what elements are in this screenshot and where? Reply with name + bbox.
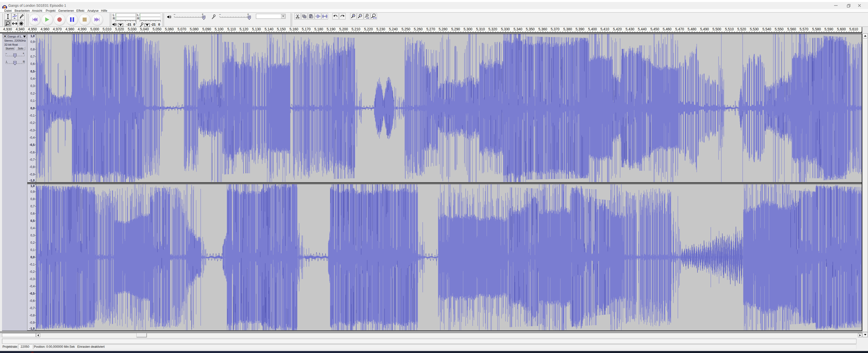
svg-text:-1,0: -1,0 bbox=[29, 179, 35, 182]
svg-text:-0,7: -0,7 bbox=[29, 306, 35, 310]
svg-text:-0,8: -0,8 bbox=[29, 314, 35, 317]
svg-text:0,5: 0,5 bbox=[30, 70, 35, 73]
svg-text:1,0: 1,0 bbox=[30, 34, 35, 38]
svg-text:-0,4: -0,4 bbox=[29, 136, 35, 139]
svg-text:0,3: 0,3 bbox=[30, 84, 35, 88]
svg-text:0,7: 0,7 bbox=[30, 205, 35, 208]
svg-text:-0,1: -0,1 bbox=[29, 263, 35, 266]
svg-text:-1,0: -1,0 bbox=[29, 327, 35, 330]
svg-text:-0,7: -0,7 bbox=[29, 158, 35, 162]
svg-text:0,6: 0,6 bbox=[30, 212, 35, 215]
svg-text:0,3: 0,3 bbox=[30, 234, 35, 237]
svg-text:0,2: 0,2 bbox=[30, 92, 35, 95]
svg-text:-0,9: -0,9 bbox=[29, 173, 35, 176]
svg-text:-0,9: -0,9 bbox=[29, 321, 35, 324]
svg-text:0,7: 0,7 bbox=[30, 55, 35, 59]
svg-text:-0,2: -0,2 bbox=[29, 270, 35, 274]
svg-text:-0,6: -0,6 bbox=[29, 299, 35, 303]
svg-text:0,2: 0,2 bbox=[30, 241, 35, 244]
svg-text:0,5: 0,5 bbox=[30, 219, 35, 223]
svg-text:0,8: 0,8 bbox=[30, 48, 35, 51]
svg-text:0,0: 0,0 bbox=[30, 107, 35, 110]
svg-text:-0,8: -0,8 bbox=[29, 165, 35, 169]
svg-text:-0,3: -0,3 bbox=[29, 129, 35, 132]
svg-text:-0,6: -0,6 bbox=[29, 151, 35, 154]
svg-text:0,1: 0,1 bbox=[30, 99, 35, 103]
svg-text:0,4: 0,4 bbox=[30, 226, 35, 230]
svg-text:-0,5: -0,5 bbox=[29, 143, 35, 147]
svg-text:0,8: 0,8 bbox=[30, 197, 35, 201]
svg-text:0,4: 0,4 bbox=[30, 77, 35, 80]
svg-text:-0,3: -0,3 bbox=[29, 277, 35, 281]
svg-text:-0,2: -0,2 bbox=[29, 121, 35, 125]
svg-text:0,1: 0,1 bbox=[30, 248, 35, 252]
svg-text:-0,5: -0,5 bbox=[29, 292, 35, 295]
svg-text:0,0: 0,0 bbox=[30, 255, 35, 259]
svg-text:0,9: 0,9 bbox=[30, 190, 35, 193]
svg-text:0,9: 0,9 bbox=[30, 40, 35, 44]
svg-text:0,6: 0,6 bbox=[30, 62, 35, 66]
svg-text:1,0: 1,0 bbox=[30, 184, 35, 188]
svg-text:-0,4: -0,4 bbox=[29, 285, 35, 288]
svg-text:-0,1: -0,1 bbox=[29, 114, 35, 117]
